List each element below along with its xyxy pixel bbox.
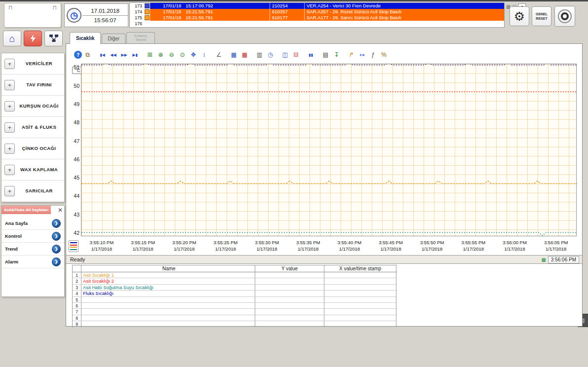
value-table: Name Y value X value/time stamp 1Asit Sı… (72, 265, 397, 328)
y-value (255, 321, 324, 327)
tab-diğer[interactable]: Diğer (102, 34, 125, 43)
auto-scale-button[interactable]: ∠ (214, 50, 224, 60)
subpage-item[interactable]: Trend❯ (1, 243, 64, 256)
y-tick-label: 46 (66, 156, 79, 162)
alarm-row[interactable]: 17417/01/1815:21:56.791610357SAR.A357 - … (130, 9, 504, 15)
home-icon: ⌂ (9, 33, 15, 44)
value-table-row[interactable]: 6 (73, 303, 397, 309)
open-subpage-button[interactable]: ❯ (52, 245, 61, 254)
open-subpage-button[interactable]: ❯ (52, 257, 61, 266)
expand-plus-button[interactable]: + (4, 122, 15, 133)
zoom-out-button[interactable]: ⊖ (166, 50, 177, 60)
expand-plus-button[interactable]: + (4, 101, 15, 111)
time-axis-button[interactable]: ◷ (265, 50, 275, 60)
value-table-row[interactable]: 9 (73, 321, 397, 327)
value-table-row[interactable]: 8 (73, 315, 397, 321)
row-number: 6 (73, 303, 81, 308)
alarm-message: SAR.A177 - 29. Sarıcı Sürücü Acil Stop B… (304, 15, 504, 21)
value-table-row[interactable]: 1Asit Sıcaklığı 1 (73, 272, 397, 278)
trend-line (81, 64, 577, 65)
home-button[interactable]: ⌂ (3, 31, 21, 46)
annotate-button[interactable]: ↱ (346, 50, 356, 60)
split-panes-button[interactable]: ◫ (280, 50, 290, 60)
pan-button[interactable]: ✥ (188, 50, 198, 60)
alarm-row[interactable]: 176 (130, 21, 504, 27)
sidebar-item-7[interactable]: +SARICILAR (1, 181, 64, 202)
row-number: 4 (73, 291, 81, 296)
percent-button[interactable]: % (379, 50, 389, 60)
value-table-row[interactable]: 2Asit Sıcaklığı 2 (73, 278, 397, 284)
sidebar-item-label: SARICILAR (18, 187, 63, 194)
sidebar-item-3[interactable]: +KURŞUN OCAĞI (1, 96, 64, 117)
sidebar-item-5[interactable]: +ÇİNKO OCAĞI (1, 138, 64, 159)
pause-button[interactable]: ▮▮ (306, 50, 316, 60)
emergency-ring-button[interactable] (554, 6, 575, 27)
merge-panes-button[interactable]: ⊟ (291, 50, 301, 60)
x-value (324, 309, 396, 314)
subpage-item[interactable]: Alarm❯ (1, 256, 64, 268)
formula-button[interactable]: ƒ (368, 50, 378, 60)
sidebar-item-2[interactable]: +TAV FIRINI (1, 74, 64, 96)
grid-style-1-button[interactable]: ▦ (229, 50, 239, 60)
sidebar-item-1[interactable]: +VERİCİLER (1, 53, 64, 74)
sidebar-item-label: TAV FIRINI (18, 81, 63, 88)
sidebar-item-label: ASİT & FLUKS (18, 124, 63, 131)
cursor-button[interactable]: ↦ (357, 50, 367, 60)
layout-button[interactable]: ▥ (254, 50, 265, 60)
x-tick-time: 3:56:00 PM (494, 239, 536, 246)
alarm-row[interactable]: 17317/01/1815:17:00.792210254VER.A254 - … (130, 3, 504, 9)
export-button[interactable]: ↧ (331, 50, 342, 60)
sidebar-item-4[interactable]: +ASİT & FLUKS (1, 117, 64, 138)
zoom-reset-button[interactable]: ⊙ (177, 50, 188, 60)
go-first-button[interactable]: ▮◀ (97, 50, 108, 60)
expand-plus-button[interactable]: + (4, 186, 15, 196)
zoom-in-button[interactable]: ⊕ (156, 50, 166, 60)
alarm-row[interactable]: 17517/01/1815:21:56.791610177SAR.A177 - … (130, 15, 504, 21)
value-table-row[interactable]: 5 (73, 297, 397, 303)
series-name (81, 309, 255, 314)
x-tick-time: 3:55:55 PM (453, 239, 494, 246)
zoom-window-button[interactable]: ⊞ (145, 50, 155, 60)
go-prev-button[interactable]: ◀◀ (108, 50, 118, 60)
go-next-button[interactable]: ▶▶ (119, 50, 129, 60)
x-tick-time: 3:55:40 PM (329, 239, 370, 246)
subpage-label: Ana Sayfa (5, 220, 52, 226)
close-icon[interactable]: ✕ (58, 207, 63, 213)
open-subpage-button[interactable]: ❯ (52, 219, 61, 228)
open-subpage-button[interactable]: ❯ (52, 232, 61, 241)
traces-legend-button[interactable] (69, 240, 78, 252)
sidebar-item-label: VERİCİLER (18, 60, 63, 67)
subpages-panel: Asit&Fluks Alt Sayfaları ✕ Ana Sayfa❯Kon… (1, 205, 65, 297)
x-tick-date: 1/17/2018 (494, 246, 536, 252)
expand-plus-button[interactable]: + (4, 165, 15, 175)
copy-report-button[interactable]: ⧉ (82, 50, 93, 60)
fit-vertical-button[interactable]: ↕ (199, 50, 209, 60)
power-button[interactable] (24, 31, 42, 46)
go-last-button[interactable]: ▶▮ (130, 50, 140, 60)
alarm-time: 15:21:56.791 (186, 15, 239, 21)
subpage-item[interactable]: Ana Sayfa❯ (1, 217, 64, 230)
print-button[interactable]: ▤ (320, 50, 331, 60)
value-table-row[interactable]: 7 (73, 309, 397, 315)
y-tick-label: 49 (66, 101, 79, 107)
sidebar-item-label: ÇİNKO OCAĞI (18, 145, 63, 152)
general-reset-button[interactable]: GENEL RESET (532, 6, 551, 26)
trend-plot[interactable] (81, 64, 577, 236)
alarm-list[interactable]: 17317/01/1815:17:00.792210254VER.A254 - … (129, 2, 505, 28)
expand-plus-button[interactable]: + (4, 59, 15, 69)
value-table-row[interactable]: 3Asit Hattı Soğutma Suyu Sıcaklığı (73, 285, 397, 291)
series-name: Asit Hattı Soğutma Suyu Sıcaklığı (81, 285, 255, 290)
x-value (324, 285, 396, 290)
network-button[interactable] (44, 31, 63, 46)
tab-kullanıcı-tanımlı[interactable]: Kullanıcı Tanımlı (126, 32, 155, 43)
expand-plus-button[interactable]: + (4, 144, 15, 154)
value-table-row[interactable]: 4Fluks Sıcaklığı (73, 291, 397, 296)
grid-style-2-button[interactable]: ▦ (239, 50, 250, 60)
y-value (255, 272, 324, 278)
tab-sıcaklık[interactable]: Sıcaklık (70, 32, 101, 44)
settings-button[interactable]: ⚙ (510, 6, 529, 26)
expand-plus-button[interactable]: + (4, 80, 15, 90)
x-tick-time: 3:55:35 PM (287, 239, 329, 246)
subpage-item[interactable]: Kontrol❯ (1, 230, 64, 243)
sidebar-item-6[interactable]: +WAX KAPLAMA (1, 159, 64, 181)
